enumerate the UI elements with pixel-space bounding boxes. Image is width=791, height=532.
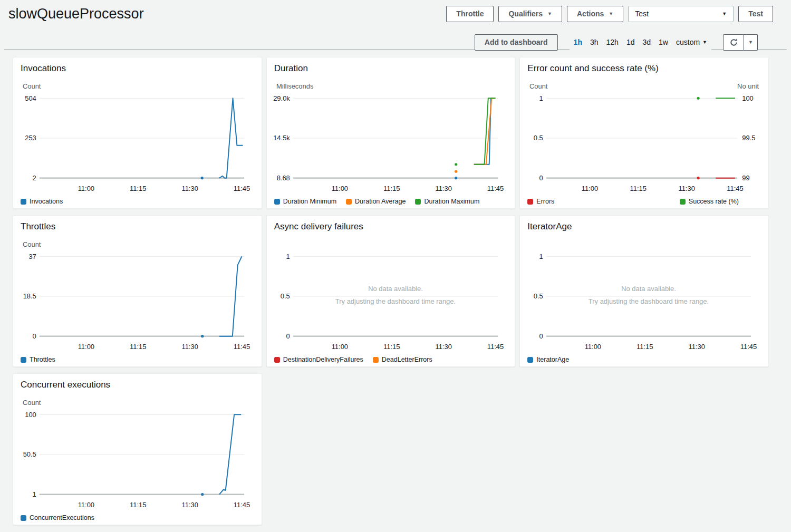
svg-text:Count: Count <box>23 82 41 90</box>
data-point <box>455 163 457 166</box>
legend-label: DeadLetterErrors <box>382 356 432 363</box>
svg-text:11:30: 11:30 <box>435 343 451 351</box>
legend-label: Duration Maximum <box>424 198 479 205</box>
svg-text:11:45: 11:45 <box>234 185 250 192</box>
svg-text:1: 1 <box>286 253 290 260</box>
svg-text:0.5: 0.5 <box>280 292 290 300</box>
svg-text:0.5: 0.5 <box>534 292 543 300</box>
legend-swatch <box>274 199 280 205</box>
duration-chart: 8.6814.5k29.0kMilliseconds11:0011:1511:3… <box>267 75 515 195</box>
time-range-1w[interactable]: 1w <box>659 38 668 46</box>
svg-text:11:15: 11:15 <box>383 343 400 351</box>
svg-text:29.0k: 29.0k <box>273 94 290 102</box>
svg-text:11:15: 11:15 <box>636 343 653 351</box>
legend-duration-maximum[interactable]: Duration Maximum <box>415 198 479 205</box>
svg-text:11:15: 11:15 <box>130 343 146 351</box>
svg-text:11:00: 11:00 <box>78 185 94 192</box>
time-range-group: 1h3h12h1d3d1wcustom▼ <box>570 34 711 51</box>
refresh-button[interactable] <box>723 34 744 51</box>
add-to-dashboard-label: Add to dashboard <box>485 38 548 46</box>
refresh-split-button: ▼ <box>723 34 758 51</box>
add-to-dashboard-button[interactable]: Add to dashboard <box>475 34 558 51</box>
svg-text:100: 100 <box>25 411 36 419</box>
svg-text:8.68: 8.68 <box>276 174 290 182</box>
refresh-options-button[interactable]: ▼ <box>744 34 758 51</box>
chevron-down-icon: ▼ <box>609 12 613 16</box>
time-range-custom-label: custom <box>676 38 700 46</box>
time-range-1d[interactable]: 1d <box>626 38 635 46</box>
legend-success-rate[interactable]: Success rate (%) <box>680 198 739 205</box>
chart-panel-async-delivery-failures: Async delivery failures00.5111:0011:1511… <box>266 215 516 367</box>
chart-legend: ConcurrentExecutions <box>13 514 262 521</box>
svg-text:11:30: 11:30 <box>689 343 705 351</box>
svg-text:11:15: 11:15 <box>383 185 400 192</box>
svg-text:Count: Count <box>529 82 548 90</box>
test-event-select-value: Test <box>635 9 649 18</box>
function-header: slowQueueProcessor Throttle Qualifiers ▼… <box>0 0 791 25</box>
legend-label: Invocations <box>30 198 63 205</box>
qualifiers-button-label: Qualifiers <box>508 9 543 18</box>
chart-panel-error-count-and-success-rate: Error count and success rate (%)00.51999… <box>519 57 769 209</box>
legend-swatch <box>21 357 26 363</box>
legend-errors[interactable]: Errors <box>527 198 554 205</box>
actions-button[interactable]: Actions ▼ <box>567 6 623 22</box>
svg-text:99: 99 <box>742 174 750 182</box>
chart-legend: Duration MinimumDuration AverageDuration… <box>267 197 515 205</box>
legend-duration-minimum[interactable]: Duration Minimum <box>274 198 336 205</box>
svg-text:11:45: 11:45 <box>727 185 744 192</box>
svg-text:100: 100 <box>742 94 754 102</box>
chart-title: IteratorAge <box>520 216 768 233</box>
qualifiers-button[interactable]: Qualifiers ▼ <box>498 6 562 22</box>
legend-label: ConcurrentExecutions <box>30 514 94 521</box>
svg-text:0: 0 <box>33 332 36 340</box>
chevron-down-icon: ▼ <box>702 40 707 45</box>
test-button[interactable]: Test <box>738 6 773 22</box>
throttles-chart: 018.537Count11:0011:1511:3011:45 <box>13 233 262 353</box>
svg-text:Count: Count <box>23 240 41 248</box>
legend-concurrentexecutions[interactable]: ConcurrentExecutions <box>21 514 94 521</box>
time-range-1h[interactable]: 1h <box>574 38 582 46</box>
time-range-3h[interactable]: 3h <box>590 38 599 46</box>
test-event-select[interactable]: Test ▼ <box>628 6 734 22</box>
refresh-icon <box>729 38 738 47</box>
series-duration-minimum <box>474 98 494 164</box>
svg-text:No unit: No unit <box>737 82 759 90</box>
legend-swatch <box>21 515 26 521</box>
svg-text:0: 0 <box>539 332 543 340</box>
legend-swatch <box>527 357 533 363</box>
time-range-custom[interactable]: custom▼ <box>676 38 707 46</box>
svg-text:No data available.: No data available. <box>368 285 423 293</box>
legend-duration-average[interactable]: Duration Average <box>346 198 406 205</box>
throttle-button[interactable]: Throttle <box>446 6 494 22</box>
legend-deadlettererrors[interactable]: DeadLetterErrors <box>373 356 432 363</box>
chart-title: Duration <box>267 57 515 75</box>
invocations-chart: 2253504Count11:0011:1511:3011:45 <box>13 75 262 195</box>
chart-panel-concurrent-executions: Concurrent executions150.5100Count11:001… <box>13 373 262 525</box>
svg-text:0.5: 0.5 <box>534 134 543 142</box>
chart-panel-iteratorage: IteratorAge00.5111:0011:1511:3011:45No d… <box>519 215 769 367</box>
legend-throttles[interactable]: Throttles <box>21 356 55 363</box>
svg-text:11:45: 11:45 <box>234 501 250 509</box>
svg-text:11:30: 11:30 <box>181 185 198 192</box>
legend-swatch <box>346 199 352 205</box>
svg-text:253: 253 <box>25 134 36 142</box>
chevron-down-icon: ▼ <box>748 40 753 45</box>
svg-text:1: 1 <box>539 94 543 102</box>
svg-text:11:30: 11:30 <box>435 185 451 192</box>
legend-invocations[interactable]: Invocations <box>21 198 63 205</box>
legend-destinationdeliveryfailures[interactable]: DestinationDeliveryFailures <box>274 356 363 363</box>
svg-text:Count: Count <box>23 399 41 407</box>
async-delivery-failures-chart: 00.5111:0011:1511:3011:45No data availab… <box>267 233 515 353</box>
svg-text:11:00: 11:00 <box>582 185 598 192</box>
time-range-3d[interactable]: 3d <box>642 38 651 46</box>
svg-text:No data available.: No data available. <box>622 285 677 293</box>
svg-text:11:15: 11:15 <box>130 501 146 509</box>
data-point <box>697 177 700 179</box>
time-range-12h[interactable]: 12h <box>606 38 619 46</box>
legend-iteratorage[interactable]: IteratorAge <box>527 356 569 363</box>
data-point <box>201 177 204 179</box>
svg-text:0: 0 <box>539 174 543 182</box>
legend-label: IteratorAge <box>536 356 569 363</box>
data-point <box>455 177 457 179</box>
chart-title: Error count and success rate (%) <box>520 57 768 75</box>
